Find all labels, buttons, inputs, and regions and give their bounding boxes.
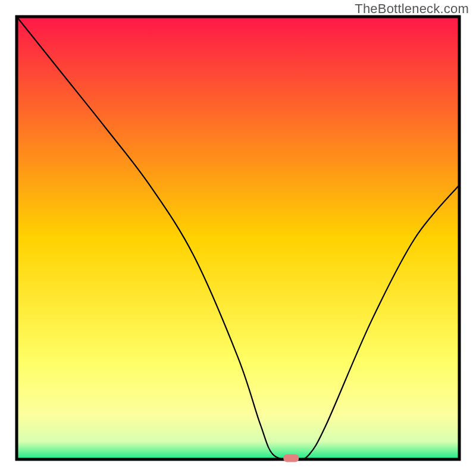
minimum-marker [283,455,299,462]
chart-svg [0,0,476,476]
watermark-text: TheBottleneck.com [355,1,469,17]
bottleneck-chart: TheBottleneck.com [0,0,476,476]
plot-background [17,17,459,459]
